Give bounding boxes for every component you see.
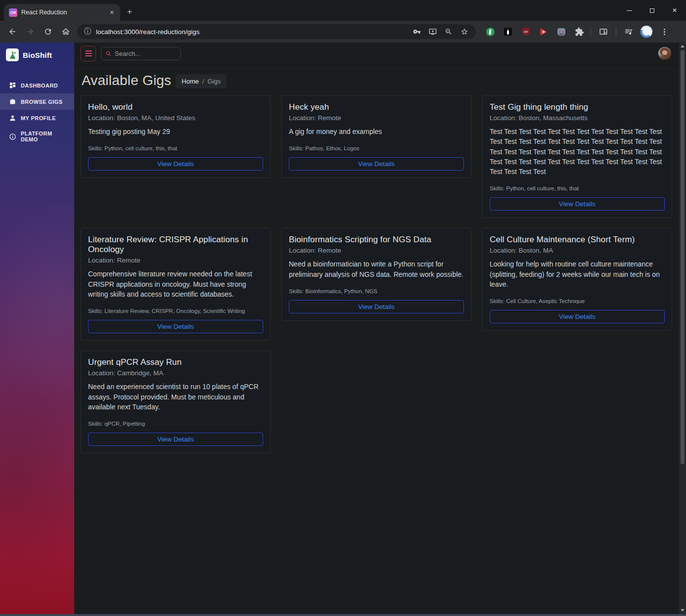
sidebar-item-label: BROWSE GIGS [21, 99, 62, 105]
view-details-button[interactable]: View Details [490, 310, 665, 323]
save-to-device-icon[interactable] [426, 25, 439, 38]
view-details-button[interactable]: View Details [490, 197, 665, 211]
address-bar[interactable]: ⓘ localhost:3000/react-reduction/gigs [77, 24, 476, 39]
gig-card: Bioinformatics Scripting for NGS Data Lo… [281, 228, 471, 321]
sidebar-item-platform-demo[interactable]: PLATFORM DEMO [0, 126, 74, 147]
gig-title: Urgent qPCR Assay Run [88, 357, 263, 367]
browser-toolbar: ⓘ localhost:3000/react-reduction/gigs uO [0, 21, 686, 43]
view-details-button[interactable]: View Details [88, 320, 263, 333]
user-avatar[interactable] [658, 47, 671, 60]
gig-location: Location: Remote [289, 247, 464, 254]
sidebar-item-dashboard[interactable]: DASHBOARD [0, 77, 74, 93]
favicon: CR [9, 8, 17, 17]
sidebar-toggle-button[interactable] [81, 46, 96, 61]
view-details-button[interactable]: View Details [88, 157, 263, 171]
gig-card: Literature Review: CRISPR Applications i… [81, 228, 271, 341]
kebab-menu-icon [664, 28, 665, 36]
close-button[interactable]: ✕ [663, 0, 686, 21]
browser-profile-avatar [640, 25, 653, 38]
home-button[interactable] [57, 23, 74, 40]
gig-skills: Skills: Python, cell culture, this, that [490, 185, 665, 191]
breadcrumb-current: Gigs [208, 78, 221, 85]
browser-profile-button[interactable] [638, 23, 655, 40]
view-details-button[interactable]: View Details [289, 300, 464, 313]
gig-location: Location: Remote [289, 114, 464, 122]
gig-card: Heck yeah Location: Remote A gig for mon… [281, 95, 471, 178]
media-playlist-button[interactable] [620, 23, 637, 40]
gig-location: Location: Boston, MA [490, 247, 665, 254]
window-controls: ✕ [618, 0, 686, 21]
gig-description: A gig for money and examples [289, 127, 464, 136]
site-info-icon[interactable]: ⓘ [82, 27, 93, 36]
gigs-grid: Hello, world Location: Boston, MA, Unite… [81, 95, 672, 453]
media-playlist-icon [624, 27, 633, 36]
minimize-icon [627, 10, 632, 11]
toolbar-divider [591, 27, 591, 36]
view-details-button[interactable]: View Details [289, 157, 464, 171]
password-key-icon[interactable] [411, 25, 423, 38]
black-square-extension-icon[interactable] [501, 24, 515, 39]
page-scrollbar[interactable] [679, 43, 686, 614]
gig-skills: Skills: qPCR, Pipetting [88, 421, 263, 427]
browser-tab-bar: CR React Reduction ✕ + ✕ [0, 0, 686, 21]
maximize-button[interactable] [640, 0, 663, 21]
tab-close-icon[interactable]: ✕ [107, 8, 116, 17]
app-navbar [74, 43, 686, 65]
scrollbar-thumb[interactable] [681, 50, 685, 464]
refresh-button[interactable] [40, 23, 56, 40]
side-panel-button[interactable] [595, 23, 612, 40]
gig-description: Need an experienced scientist to run 10 … [88, 382, 263, 412]
gig-title: Cell Culture Maintenance (Short Term) [490, 235, 665, 245]
back-button[interactable] [4, 23, 21, 40]
browser-window: CR React Reduction ✕ + ✕ ⓘ localhost:300… [0, 0, 686, 616]
refresh-icon [44, 27, 52, 36]
grid-icon [9, 82, 16, 89]
sidebar-nav: DASHBOARD BROWSE GIGS MY PROFILE PLATFOR… [0, 77, 74, 147]
briefcase-icon [9, 98, 16, 105]
sidebar: BioShift DASHBOARD BROWSE GIGS MY PROFIL… [0, 43, 74, 616]
search-box[interactable] [101, 47, 181, 60]
browser-menu-button[interactable] [656, 23, 673, 40]
new-tab-button[interactable]: + [127, 7, 132, 17]
gig-card: Cell Culture Maintenance (Short Term) Lo… [482, 228, 672, 331]
gig-card: Test Gig thing length thing Location: Bo… [482, 95, 672, 218]
green-circle-extension-icon[interactable] [483, 24, 498, 39]
gig-location: Location: Boston, MA, United States [88, 114, 263, 122]
extensions-puzzle-icon[interactable] [572, 24, 587, 39]
hamburger-icon [85, 50, 92, 51]
red-play-extension-icon[interactable] [536, 24, 551, 39]
gig-skills: Skills: Bioinformatics, Python, NGS [289, 288, 464, 294]
ublock-shield-extension-icon[interactable]: uO [518, 24, 533, 39]
browser-tab[interactable]: CR React Reduction ✕ [4, 4, 120, 21]
forward-button[interactable] [22, 23, 39, 40]
minimize-button[interactable] [618, 0, 640, 21]
gig-location: Location: Remote [88, 257, 263, 264]
search-input[interactable] [115, 50, 177, 57]
sidebar-item-browse-gigs[interactable]: BROWSE GIGS [0, 93, 74, 110]
extensions-row: uO [483, 24, 587, 39]
view-details-button[interactable]: View Details [88, 433, 263, 446]
gig-card: Urgent qPCR Assay Run Location: Cambridg… [81, 351, 271, 453]
sidebar-item-my-profile[interactable]: MY PROFILE [0, 110, 74, 126]
robot-extension-icon[interactable] [554, 24, 569, 39]
breadcrumb-separator: / [202, 78, 204, 85]
gig-title: Hello, world [88, 102, 263, 112]
bookmark-star-icon[interactable] [458, 25, 471, 38]
zoom-out-icon[interactable] [442, 25, 455, 38]
gig-title: Literature Review: CRISPR Applications i… [88, 235, 263, 255]
side-panel-icon [599, 27, 608, 36]
scroll-up-arrow-icon[interactable] [681, 45, 685, 47]
gig-skills: Skills: Literature Review, CRISPR, Oncol… [88, 308, 263, 314]
gig-skills: Skills: Pathos, Ethos, Logos [289, 145, 464, 151]
scroll-down-arrow-icon[interactable] [681, 609, 685, 612]
gig-description: Comprehensive literature review needed o… [88, 269, 263, 299]
breadcrumb-home[interactable]: Home [182, 78, 199, 85]
gig-skills: Skills: Python, cell culture, this, that [88, 145, 263, 151]
sidebar-item-label: MY PROFILE [21, 115, 56, 121]
app-body: BioShift DASHBOARD BROWSE GIGS MY PROFIL… [0, 43, 686, 616]
gigs-page: Available Gigs Home / Gigs Hello, world … [74, 65, 686, 453]
gig-description: Looking for help with routine cell cultu… [490, 259, 665, 289]
sidebar-item-label: PLATFORM DEMO [21, 131, 69, 142]
brand[interactable]: BioShift [0, 43, 74, 66]
maximize-icon [650, 8, 654, 13]
